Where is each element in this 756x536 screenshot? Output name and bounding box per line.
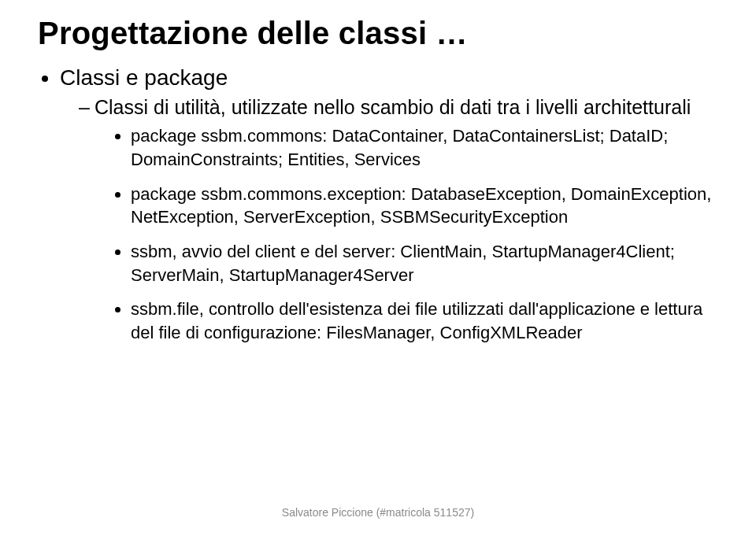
- list-item-text: ssbm, avvio del client e del server: Cli…: [131, 242, 675, 285]
- list-item-text: ssbm.file, controllo dell'esistenza dei …: [131, 299, 702, 342]
- footer-author: Salvatore Piccione (#matricola 511527): [0, 506, 756, 519]
- list-item-text: package ssbm.commons.exception: Database…: [131, 184, 711, 227]
- bullet-list-level1: Classi e package Classi di utilità, util…: [38, 65, 718, 345]
- list-item: ssbm, avvio del client e del server: Cli…: [131, 240, 718, 286]
- list-item: ssbm.file, controllo dell'esistenza dei …: [131, 298, 718, 344]
- list-item: Classi e package Classi di utilità, util…: [60, 65, 718, 345]
- list-item: Classi di utilità, utilizzate nello scam…: [79, 95, 718, 345]
- bullet-list-level2: Classi di utilità, utilizzate nello scam…: [60, 95, 718, 345]
- list-item-text: package ssbm.commons: DataContainer, Dat…: [131, 126, 668, 169]
- slide: Progettazione delle classi … Classi e pa…: [0, 0, 756, 536]
- list-item: package ssbm.commons.exception: Database…: [131, 183, 718, 229]
- page-title: Progettazione delle classi …: [38, 16, 718, 51]
- bullet-list-level3: package ssbm.commons: DataContainer, Dat…: [94, 124, 718, 345]
- list-item: package ssbm.commons: DataContainer, Dat…: [131, 124, 718, 171]
- list-item-text: Classi e package: [60, 65, 228, 90]
- list-item-text: Classi di utilità, utilizzate nello scam…: [94, 96, 691, 118]
